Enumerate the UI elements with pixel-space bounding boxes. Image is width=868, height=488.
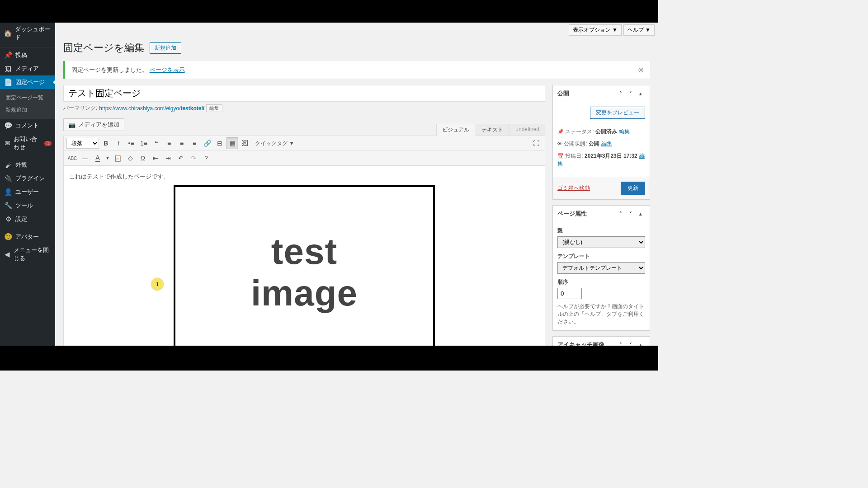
order-input[interactable] <box>557 288 582 299</box>
blockquote-button[interactable]: ❝ <box>151 137 162 149</box>
bullet-list-button[interactable]: •≡ <box>125 137 137 149</box>
readmore-button[interactable]: ⊟ <box>214 137 226 149</box>
status-edit-link[interactable]: 編集 <box>619 128 630 135</box>
chevron-down-icon[interactable]: ˅ <box>626 340 635 346</box>
sidebar-item-label: メニューを閉じる <box>14 246 52 263</box>
sidebar-item-avatar[interactable]: 🙂アバター <box>0 230 55 244</box>
editor-toolbar: 段落 B I •≡ 1≡ ❝ ≡ ≡ ≡ 🔗 ⊟ ▦ 🖼 クイックタグ ▼ <box>63 136 545 166</box>
sidebar-item-media[interactable]: 🖼メディア <box>0 62 55 75</box>
clear-format-button[interactable]: ◇ <box>124 152 136 164</box>
chevron-up-icon[interactable]: ˄ <box>616 209 625 218</box>
attributes-help: ヘルプが必要ですか？画面のタイトルの上の「ヘルプ」タブをご利用ください。 <box>557 303 645 326</box>
status-label: ステータス: <box>565 128 594 135</box>
sidebar-item-settings[interactable]: ⚙設定 <box>0 212 55 226</box>
tab-text[interactable]: テキスト <box>476 124 509 136</box>
parent-select[interactable]: (親なし) <box>557 236 645 248</box>
update-button[interactable]: 更新 <box>621 182 645 195</box>
chevron-down-icon[interactable]: ˅ <box>626 209 635 218</box>
chevron-down-icon[interactable]: ˅ <box>626 89 635 98</box>
sidebar-item-plugins[interactable]: 🔌プラグイン <box>0 172 55 185</box>
add-new-button[interactable]: 新規追加 <box>150 42 181 54</box>
paste-button[interactable]: 📋 <box>112 152 123 164</box>
strike-button[interactable]: ABC <box>66 152 78 164</box>
sidebar-item-label: ユーザー <box>15 188 39 196</box>
align-right-button[interactable]: ≡ <box>189 137 200 149</box>
sidebar-item-collapse[interactable]: ◀メニューを閉じる <box>0 244 55 265</box>
caret-up-icon[interactable]: ▴ <box>636 89 645 98</box>
visibility-label: 公開状態: <box>564 141 587 147</box>
hr-button[interactable]: — <box>79 152 91 164</box>
view-page-link[interactable]: ページを表示 <box>150 66 185 73</box>
sidebar-item-comments[interactable]: 💬コメント <box>0 119 55 132</box>
sidebar-item-label: 外観 <box>15 161 27 169</box>
dismiss-icon[interactable]: ⊗ <box>638 66 644 74</box>
sidebar-item-tools[interactable]: 🔧ツール <box>0 199 55 212</box>
notice-text: 固定ページを更新しました。 <box>71 66 148 73</box>
sidebar-item-appearance[interactable]: 🖌外観 <box>0 158 55 172</box>
indent-button[interactable]: ⇥ <box>162 152 174 164</box>
template-label: テンプレート <box>557 253 645 260</box>
publish-title: 公開 <box>557 89 569 98</box>
quicktag-button[interactable]: クイックタグ ▼ <box>252 137 297 149</box>
sidebar-item-pages[interactable]: 📄固定ページ <box>0 75 55 89</box>
order-label: 順序 <box>557 278 645 286</box>
help-editor-button[interactable]: ? <box>200 152 212 164</box>
sidebar-submenu-pages: 固定ページ一覧 新規追加 <box>0 89 55 119</box>
redo-button[interactable]: ↷ <box>188 152 199 164</box>
sidebar-item-contact[interactable]: ✉お問い合わせ1 <box>0 132 55 154</box>
caret-up-icon[interactable]: ▴ <box>636 209 645 218</box>
chevron-up-icon[interactable]: ˄ <box>616 340 625 346</box>
align-left-button[interactable]: ≡ <box>163 137 175 149</box>
tab-visual[interactable]: ビジュアル <box>436 124 475 136</box>
italic-button[interactable]: I <box>113 137 124 149</box>
add-media-button[interactable]: 📷メディアを追加 <box>63 118 124 131</box>
sidebar-item-users[interactable]: 👤ユーザー <box>0 185 55 199</box>
sidebar-sub-page-list[interactable]: 固定ページ一覧 <box>0 92 55 104</box>
date-value: 2021年3月23日 17:32 <box>585 153 637 159</box>
image-text-line1: test <box>271 231 337 272</box>
permalink-url[interactable]: https://www.chirashiya.com/eigyo/testkot… <box>99 105 204 112</box>
post-title-input[interactable] <box>63 85 545 102</box>
cursor-indicator: I <box>151 278 164 291</box>
template-select[interactable]: デフォルトテンプレート <box>557 262 645 274</box>
visibility-edit-link[interactable]: 編集 <box>601 141 612 147</box>
fullscreen-button[interactable]: ⛶ <box>530 137 542 149</box>
dashboard-icon: 🏠 <box>4 29 12 38</box>
sidebar-item-dashboard[interactable]: 🏠ダッシュボード <box>0 23 55 44</box>
help-button[interactable]: ヘルプ ▼ <box>623 24 655 36</box>
sidebar-sub-page-add[interactable]: 新規追加 <box>0 104 55 116</box>
sidebar-item-posts[interactable]: 📌投稿 <box>0 48 55 62</box>
move-to-trash-link[interactable]: ゴミ箱へ移動 <box>557 184 590 192</box>
gear-icon: ⚙ <box>4 215 13 223</box>
image-button[interactable]: 🖼 <box>239 137 251 149</box>
add-media-label: メディアを追加 <box>78 121 119 129</box>
calendar-icon <box>557 153 564 159</box>
bold-button[interactable]: B <box>100 137 112 149</box>
number-list-button[interactable]: 1≡ <box>138 137 150 149</box>
media-icon: 🖼 <box>4 65 13 73</box>
chevron-up-icon[interactable]: ˄ <box>616 89 625 98</box>
page-attributes-box: ページ属性 ˄˅▴ 親 (親なし) テンプレート デフォルトテンプレート 順序 … <box>552 205 650 331</box>
link-button[interactable]: 🔗 <box>201 137 213 149</box>
content-image[interactable]: test image <box>174 185 435 346</box>
wrench-icon: 🔧 <box>4 202 13 210</box>
tab-undefined[interactable]: undefined <box>509 124 545 136</box>
textcolor-button[interactable]: A <box>92 152 104 164</box>
content-paragraph: これはテストで作成したページです。 <box>69 173 540 181</box>
image-text-line2: image <box>251 272 358 314</box>
undo-button[interactable]: ↶ <box>175 152 187 164</box>
preview-button[interactable]: 変更をプレビュー <box>590 107 645 119</box>
special-char-button[interactable]: Ω <box>137 152 149 164</box>
status-value: 公開済み <box>595 128 617 135</box>
align-center-button[interactable]: ≡ <box>176 137 188 149</box>
editor-body[interactable]: これはテストで作成したページです。 test image I <box>63 166 545 346</box>
outdent-button[interactable]: ⇤ <box>150 152 161 164</box>
caret-up-icon[interactable]: ▴ <box>636 340 645 346</box>
sidebar-item-label: ダッシュボード <box>15 25 52 42</box>
toolbar-toggle-button[interactable]: ▦ <box>226 137 238 149</box>
textcolor-arrow[interactable]: ▼ <box>104 152 111 164</box>
permalink-edit-button[interactable]: 編集 <box>206 104 222 112</box>
format-select[interactable]: 段落 <box>66 138 99 149</box>
screen-options-button[interactable]: 表示オプション ▼ <box>569 24 622 36</box>
sidebar-item-label: ツール <box>15 202 33 210</box>
